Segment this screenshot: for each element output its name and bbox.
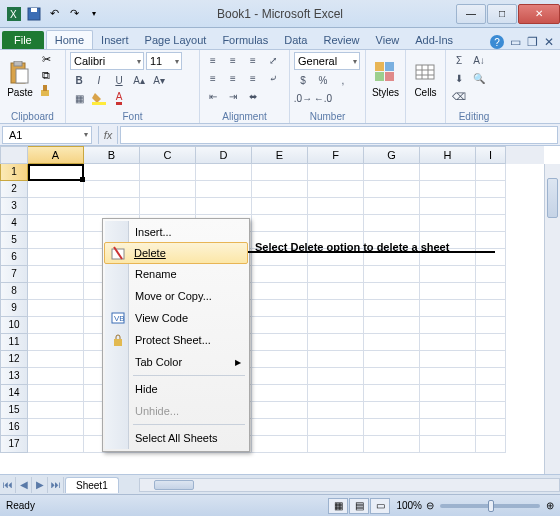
row-header-5[interactable]: 5 bbox=[0, 232, 28, 249]
ctx-rename[interactable]: Rename bbox=[105, 263, 247, 285]
cell[interactable] bbox=[252, 198, 308, 215]
cell[interactable] bbox=[308, 164, 364, 181]
row-header-11[interactable]: 11 bbox=[0, 334, 28, 351]
font-color-icon[interactable]: A bbox=[110, 90, 128, 106]
increase-indent-icon[interactable]: ⇥ bbox=[224, 88, 242, 104]
row-header-6[interactable]: 6 bbox=[0, 249, 28, 266]
align-right-icon[interactable]: ≡ bbox=[244, 70, 262, 86]
wrap-text-icon[interactable]: ⤶ bbox=[264, 70, 282, 86]
cell[interactable] bbox=[364, 283, 420, 300]
cell[interactable] bbox=[252, 317, 308, 334]
cell[interactable] bbox=[364, 368, 420, 385]
cell[interactable] bbox=[28, 300, 84, 317]
cell[interactable] bbox=[252, 300, 308, 317]
row-header-9[interactable]: 9 bbox=[0, 300, 28, 317]
cell[interactable] bbox=[364, 215, 420, 232]
row-header-12[interactable]: 12 bbox=[0, 351, 28, 368]
font-name-combo[interactable]: Calibri bbox=[70, 52, 144, 70]
cell[interactable] bbox=[476, 283, 506, 300]
cell[interactable] bbox=[420, 181, 476, 198]
cell[interactable] bbox=[308, 419, 364, 436]
sheet-nav-last-icon[interactable]: ⏭ bbox=[48, 477, 64, 493]
font-size-combo[interactable]: 11 bbox=[146, 52, 182, 70]
cell[interactable] bbox=[364, 351, 420, 368]
scroll-thumb[interactable] bbox=[547, 178, 558, 218]
comma-icon[interactable]: , bbox=[334, 72, 352, 88]
cell[interactable] bbox=[308, 283, 364, 300]
align-middle-icon[interactable]: ≡ bbox=[224, 52, 242, 68]
cell[interactable] bbox=[308, 334, 364, 351]
sheet-nav-first-icon[interactable]: ⏮ bbox=[0, 477, 16, 493]
cell[interactable] bbox=[196, 181, 252, 198]
cell[interactable] bbox=[420, 436, 476, 453]
cell[interactable] bbox=[476, 402, 506, 419]
currency-icon[interactable]: $ bbox=[294, 72, 312, 88]
cell[interactable] bbox=[364, 266, 420, 283]
align-left-icon[interactable]: ≡ bbox=[204, 70, 222, 86]
cell[interactable] bbox=[84, 198, 140, 215]
tab-view[interactable]: View bbox=[368, 31, 408, 49]
cell[interactable] bbox=[364, 385, 420, 402]
row-header-17[interactable]: 17 bbox=[0, 436, 28, 453]
sheet-nav-prev-icon[interactable]: ◀ bbox=[16, 477, 32, 493]
merge-center-icon[interactable]: ⬌ bbox=[244, 88, 262, 104]
cell[interactable] bbox=[252, 351, 308, 368]
select-all-button[interactable] bbox=[0, 146, 28, 164]
ctx-view-code[interactable]: VBView Code bbox=[105, 307, 247, 329]
cell[interactable] bbox=[420, 164, 476, 181]
row-header-13[interactable]: 13 bbox=[0, 368, 28, 385]
col-header-g[interactable]: G bbox=[364, 146, 420, 164]
cell[interactable] bbox=[476, 368, 506, 385]
cell[interactable] bbox=[28, 181, 84, 198]
cell[interactable] bbox=[28, 334, 84, 351]
name-box[interactable]: A1 bbox=[2, 126, 92, 144]
row-header-8[interactable]: 8 bbox=[0, 283, 28, 300]
cell[interactable] bbox=[252, 385, 308, 402]
italic-button[interactable]: I bbox=[90, 72, 108, 88]
cell[interactable] bbox=[28, 368, 84, 385]
tab-addins[interactable]: Add-Ins bbox=[407, 31, 461, 49]
normal-view-icon[interactable]: ▦ bbox=[328, 498, 348, 514]
increase-decimal-icon[interactable]: .0→ bbox=[294, 90, 312, 106]
vertical-scrollbar[interactable] bbox=[544, 164, 560, 474]
cell[interactable] bbox=[308, 181, 364, 198]
cell[interactable] bbox=[476, 198, 506, 215]
ctx-protect-sheet[interactable]: Protect Sheet... bbox=[105, 329, 247, 351]
find-icon[interactable]: 🔍 bbox=[470, 70, 488, 86]
col-header-h[interactable]: H bbox=[420, 146, 476, 164]
col-header-d[interactable]: D bbox=[196, 146, 252, 164]
row-header-4[interactable]: 4 bbox=[0, 215, 28, 232]
cell[interactable] bbox=[364, 317, 420, 334]
doc-restore-icon[interactable]: ❐ bbox=[527, 35, 538, 49]
cell[interactable] bbox=[252, 215, 308, 232]
col-header-b[interactable]: B bbox=[84, 146, 140, 164]
cell[interactable] bbox=[84, 181, 140, 198]
cell[interactable] bbox=[28, 215, 84, 232]
align-bottom-icon[interactable]: ≡ bbox=[244, 52, 262, 68]
ctx-insert[interactable]: Insert... bbox=[105, 221, 247, 243]
doc-close-icon[interactable]: ✕ bbox=[544, 35, 554, 49]
fill-color-icon[interactable] bbox=[90, 90, 108, 106]
paste-button[interactable]: Paste bbox=[4, 52, 36, 106]
row-header-16[interactable]: 16 bbox=[0, 419, 28, 436]
cell[interactable] bbox=[28, 385, 84, 402]
cell[interactable] bbox=[476, 300, 506, 317]
cell[interactable] bbox=[420, 215, 476, 232]
help-icon[interactable]: ? bbox=[490, 35, 504, 49]
cell[interactable] bbox=[420, 266, 476, 283]
col-header-e[interactable]: E bbox=[252, 146, 308, 164]
number-format-combo[interactable]: General bbox=[294, 52, 360, 70]
sort-icon[interactable]: A↓ bbox=[470, 52, 488, 68]
cell[interactable] bbox=[364, 402, 420, 419]
qat-dropdown-icon[interactable]: ▾ bbox=[86, 6, 102, 22]
percent-icon[interactable]: % bbox=[314, 72, 332, 88]
minimize-ribbon-icon[interactable]: ▭ bbox=[510, 35, 521, 49]
col-header-a[interactable]: A bbox=[28, 146, 84, 164]
tab-review[interactable]: Review bbox=[315, 31, 367, 49]
cell[interactable] bbox=[476, 385, 506, 402]
cell[interactable] bbox=[252, 283, 308, 300]
cell[interactable] bbox=[308, 317, 364, 334]
cell[interactable] bbox=[420, 334, 476, 351]
cell[interactable] bbox=[28, 402, 84, 419]
cell[interactable] bbox=[28, 249, 84, 266]
